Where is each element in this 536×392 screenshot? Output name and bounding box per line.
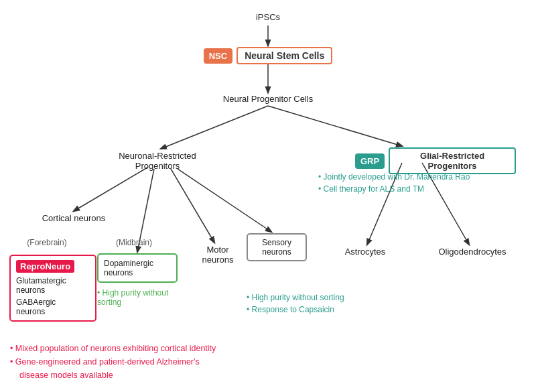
forebrain-label: (Forebrain) [27, 238, 66, 247]
svg-line-3 [268, 106, 402, 146]
reproneuro-title: ReproNeuro [16, 260, 74, 273]
sensory-bullet1: High purity without sorting [247, 291, 387, 304]
sensory-label: Sensoryneurons [262, 238, 291, 257]
svg-line-4 [74, 168, 147, 211]
cortical-label: Cortical neurons [42, 213, 106, 223]
reproneuro-box: ReproNeuro Glutamatergic neurons GABAerg… [9, 255, 96, 322]
nrp-label: Neuronal-RestrictedProgenitors [119, 151, 196, 171]
motor-label: Motorneurons [202, 245, 234, 265]
oligodendrocytes-label: Oligodendrocytes [438, 247, 506, 257]
npc-node: Neural Progenitor Cells [208, 94, 328, 104]
nsc-badge: NSC [204, 48, 232, 64]
motor-node: Motorneurons [191, 245, 245, 265]
sensory-info: High purity without sorting Response to … [247, 291, 387, 316]
sensory-bullet2: Response to Capsaicin [247, 304, 387, 316]
grp-label: Glial-Restricted Progenitors [389, 147, 516, 174]
grp-node: GRP Glial-Restricted Progenitors [355, 147, 516, 174]
grp-badge: GRP [355, 153, 385, 169]
oligodendrocytes-node: Oligodendrocytes [429, 247, 516, 257]
astrocytes-label: Astrocytes [345, 247, 386, 257]
diagram: iPSCs NSC Neural Stem Cells Neural Proge… [0, 0, 536, 392]
grp-info: Jointly developed with Dr. Mahendra Rao … [318, 171, 513, 195]
cortical-node: Cortical neurons [30, 213, 117, 223]
svg-line-6 [171, 169, 214, 243]
astrocytes-node: Astrocytes [332, 247, 399, 257]
bottom-note-3: disease models available [10, 369, 216, 382]
ipscs-label: iPSCs [256, 12, 280, 22]
dopaminergic-label: Dopaminergic neurons [104, 259, 171, 277]
midbrain-node: (Midbrain) [100, 238, 168, 247]
reproneuro-line1: Glutamatergic neurons [16, 276, 90, 295]
grp-bullet2: Cell therapy for ALS and TM [318, 183, 513, 195]
nsc-node: NSC Neural Stem Cells [188, 47, 348, 64]
dopaminergic-box: Dopaminergic neurons [97, 253, 178, 283]
dopa-info: High purity without sorting [97, 288, 188, 307]
reproneuro-line3: GABAergic neurons [16, 298, 90, 316]
grp-bullet1: Jointly developed with Dr. Mahendra Rao [318, 171, 513, 183]
nrp-node: Neuronal-RestrictedProgenitors [104, 151, 211, 171]
ipscs-node: iPSCs [234, 12, 302, 22]
bottom-note-1: Mixed population of neurons exhibiting c… [10, 342, 216, 355]
forebrain-node: (Forebrain) [13, 238, 80, 247]
midbrain-label: (Midbrain) [116, 238, 152, 247]
sensory-box: Sensoryneurons [247, 233, 307, 261]
nsc-label: Neural Stem Cells [237, 47, 332, 64]
npc-label: Neural Progenitor Cells [223, 94, 313, 104]
svg-line-7 [178, 169, 271, 232]
bottom-note-2: Gene-engineered and patient-derived Alzh… [10, 355, 216, 369]
svg-line-2 [161, 106, 268, 149]
bottom-notes: Mixed population of neurons exhibiting c… [10, 342, 216, 382]
dopa-bullet1: High purity without sorting [97, 288, 188, 307]
